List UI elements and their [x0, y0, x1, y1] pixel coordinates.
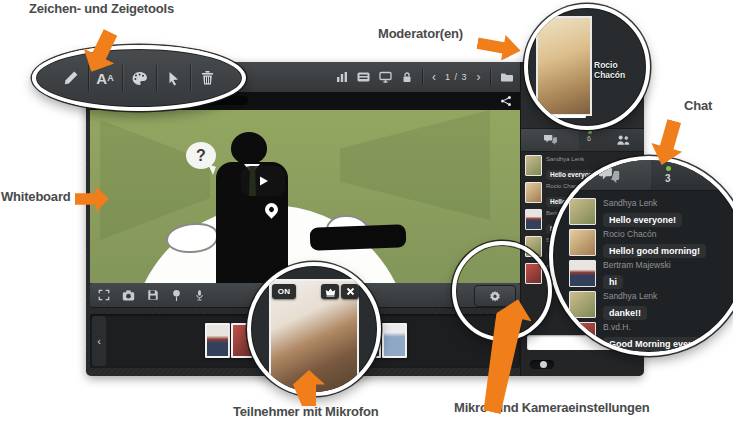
moderator-webcam	[536, 16, 592, 116]
people-icon	[723, 168, 733, 184]
label-moderator: Moderator(en)	[378, 26, 463, 41]
moderator-callout: Rocio Chacón	[524, 4, 650, 130]
color-palette-button[interactable]	[123, 61, 156, 95]
participant-thumbnail[interactable]	[382, 323, 407, 358]
page-indicator: 1 / 3	[445, 72, 468, 82]
chat-message-row: Sandhya LenkHello everyone!	[569, 198, 733, 227]
tab-participants[interactable]	[723, 168, 733, 188]
poll-icon[interactable]	[336, 71, 348, 83]
avatar	[525, 155, 542, 176]
background-shape	[340, 110, 490, 220]
avatar	[525, 182, 542, 203]
lock-icon[interactable]	[401, 71, 413, 83]
chat-count: 6	[587, 135, 591, 142]
folder-icon[interactable]	[500, 71, 513, 83]
whiteboard-area: ?	[90, 92, 520, 283]
avatar	[569, 260, 596, 287]
continent-shape	[166, 223, 218, 253]
youtube-icon[interactable]	[357, 71, 370, 83]
moderator-crown-button[interactable]	[321, 284, 339, 299]
chat-bubbles-icon	[543, 134, 558, 146]
pointer-balloon-icon[interactable]	[171, 289, 182, 302]
pointer-tool-button[interactable]	[157, 61, 190, 95]
filmstrip-scroll-left-button[interactable]: ‹	[92, 316, 106, 366]
fullscreen-icon[interactable]	[98, 289, 110, 301]
sidebar-tab-bar: 6	[521, 128, 644, 152]
video-frame: ?	[90, 110, 520, 283]
microphone-icon[interactable]	[194, 289, 205, 302]
chat-message-row: Rocio ChacónHello! good morning!	[569, 229, 733, 258]
avatar	[569, 229, 596, 256]
chat-message-row: Sandhya Lenkdanke!!	[569, 291, 733, 320]
chat-message-row: Bertram Majewskihi	[569, 260, 733, 289]
question-mark: ?	[196, 147, 206, 165]
annotated-screenshot: ‹ 1 / 3 ›	[0, 0, 733, 427]
snapshot-camera-icon[interactable]	[122, 290, 135, 301]
page-next-button[interactable]: ›	[477, 71, 481, 83]
toolbar-divider	[490, 69, 491, 85]
question-speech-bubble: ?	[186, 142, 216, 169]
sidebar-toggle[interactable]	[530, 360, 554, 369]
delete-tool-button[interactable]	[191, 61, 224, 95]
online-status-dot	[666, 166, 671, 171]
label-participant-mic: Teilnehmer mit Mikrofon	[233, 404, 378, 419]
tab-chat[interactable]	[521, 129, 579, 151]
tab-participants[interactable]	[601, 129, 644, 151]
close-button[interactable]	[341, 284, 359, 299]
draw-tools-callout: AA	[32, 45, 246, 111]
arrow-to-moderator	[475, 30, 523, 63]
moderator-name: Rocio Chacón	[594, 60, 646, 80]
screen-share-icon[interactable]	[379, 71, 392, 83]
label-mic-cam-settings: Mikro- und Kameraeinstellungen	[454, 400, 650, 415]
chat-bubbles-icon	[597, 166, 621, 185]
chat-callout: 3 Sandhya LenkHello everyone! Rocio Chac…	[549, 156, 733, 356]
close-icon	[346, 287, 355, 296]
label-draw-tools: Zeichen- und Zeigetools	[29, 1, 174, 16]
page-prev-button[interactable]: ‹	[432, 71, 436, 83]
cartoon-man-head	[231, 132, 267, 164]
label-chat: Chat	[684, 98, 712, 113]
avatar	[569, 291, 596, 318]
unread-count: 3	[665, 173, 671, 184]
online-status-dot	[588, 130, 592, 134]
label-whiteboard: Whiteboard	[1, 189, 71, 204]
share-icon[interactable]	[500, 95, 512, 107]
dark-shape	[310, 224, 407, 250]
avatar	[525, 209, 542, 230]
mic-on-button[interactable]: ON	[272, 284, 296, 299]
pencil-tool-button[interactable]	[55, 61, 88, 95]
people-icon	[616, 134, 630, 146]
crown-icon	[325, 287, 336, 297]
save-icon[interactable]	[147, 289, 159, 301]
video-play-button[interactable]	[241, 166, 285, 196]
background-shape	[100, 120, 210, 240]
avatar	[569, 198, 596, 225]
participant-thumbnail[interactable]	[205, 323, 230, 358]
location-pin-badge	[262, 200, 280, 218]
toolbar-divider	[422, 69, 423, 85]
